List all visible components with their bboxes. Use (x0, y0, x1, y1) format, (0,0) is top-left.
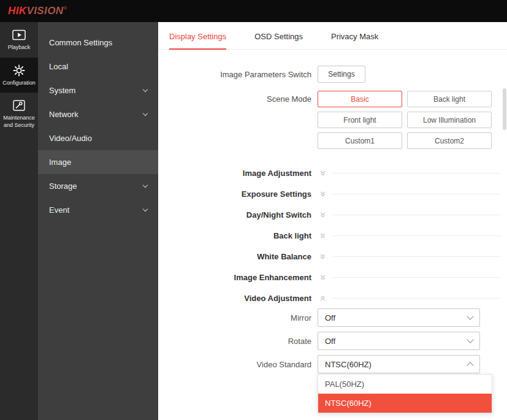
maintenance-tool-icon (13, 99, 25, 112)
double-chevron-down-icon (318, 168, 327, 178)
image-parameters-settings-button[interactable]: Settings (318, 66, 365, 83)
section-label: Day/Night Switch (169, 210, 311, 220)
section-back-light[interactable]: Back light (169, 225, 501, 246)
video-standard-row: Video Standard NTSC(60HZ) PAL(50HZ) NTSC… (169, 355, 501, 373)
sidebar-item-event[interactable]: Event (38, 198, 158, 222)
sidebar-item-video-audio[interactable]: Video/Audio (38, 126, 158, 150)
sidebar-item-label: Local (49, 62, 68, 71)
mirror-select-value: Off (325, 313, 335, 323)
mirror-select[interactable]: Off (318, 308, 480, 327)
logo-vision: VISION (26, 5, 63, 17)
section-divider (332, 298, 501, 299)
app-window: HIKVISION® Playback Configuration Ma (0, 0, 507, 420)
section-day-night-switch[interactable]: Day/Night Switch (169, 204, 501, 225)
video-standard-option-ntsc[interactable]: NTSC(60HZ) (318, 394, 492, 413)
section-label: Back light (169, 231, 311, 240)
section-video-adjustment[interactable]: Video Adjustment (169, 288, 501, 308)
video-standard-dropdown: PAL(50HZ) NTSC(60HZ) (318, 374, 492, 413)
scene-mode-basic-button[interactable]: Basic (318, 91, 402, 107)
image-parameters-switch-label: Image Parameters Switch (169, 70, 311, 79)
main-content: Display Settings OSD Settings Privacy Ma… (158, 22, 507, 420)
rotate-select-value: Off (325, 337, 335, 346)
tab-display-settings[interactable]: Display Settings (169, 32, 226, 49)
sidebar-item-label: Common Settings (49, 38, 112, 47)
section-divider (332, 256, 501, 257)
scene-mode-front-light-button[interactable]: Front light (318, 112, 402, 128)
sidebar-item-label: System (49, 86, 75, 95)
double-chevron-down-icon (318, 210, 327, 220)
scene-mode-back-light-button[interactable]: Back light (407, 91, 492, 107)
section-label: White Balance (169, 252, 311, 261)
nav-rail: Playback Configuration Maintenance and S… (0, 22, 38, 420)
hikvision-logo: HIKVISION® (8, 5, 67, 17)
tab-privacy-mask[interactable]: Privacy Mask (331, 32, 378, 49)
chevron-down-icon (143, 183, 148, 188)
double-chevron-up-icon (318, 293, 327, 303)
sidebar-item-label: Storage (49, 181, 77, 191)
rail-item-label: Playback (8, 44, 31, 52)
section-exposure-settings[interactable]: Exposure Settings (169, 183, 501, 204)
scene-mode-label: Scene Mode (169, 91, 311, 107)
section-white-balance[interactable]: White Balance (169, 246, 501, 267)
video-standard-select-value: NTSC(60HZ) (325, 360, 372, 369)
section-divider (332, 215, 501, 215)
section-label: Video Adjustment (169, 294, 311, 303)
scene-mode-custom2-button[interactable]: Custom2 (407, 132, 492, 149)
rail-item-maintenance-security[interactable]: Maintenance and Security (0, 93, 38, 135)
chevron-down-icon (467, 313, 473, 319)
rotate-select[interactable]: Off (318, 332, 480, 350)
section-divider (332, 194, 501, 194)
double-chevron-down-icon (318, 251, 327, 261)
playback-icon (12, 29, 26, 41)
section-label: Exposure Settings (169, 189, 311, 199)
sidebar-item-common-settings[interactable]: Common Settings (38, 31, 158, 55)
logo-hik: HIK (8, 5, 26, 17)
rail-item-playback[interactable]: Playback (0, 22, 38, 58)
scene-mode-low-illumination-button[interactable]: Low Illumination (407, 112, 492, 128)
tab-osd-settings[interactable]: OSD Settings (254, 32, 303, 49)
scene-mode-grid: Basic Back light Front light Low Illumin… (318, 91, 492, 149)
mirror-row: Mirror Off (169, 308, 501, 327)
top-bar: HIKVISION® (0, 0, 507, 22)
rail-item-label: Maintenance and Security (1, 115, 37, 129)
display-settings-form: Image Parameters Switch Settings Scene M… (158, 50, 507, 373)
video-standard-label: Video Standard (169, 360, 311, 369)
sidebar: Common Settings Local System Network Vid… (38, 22, 158, 420)
sidebar-item-label: Event (49, 205, 69, 215)
section-image-enhancement[interactable]: Image Enhancement (169, 267, 501, 288)
section-image-adjustment[interactable]: Image Adjustment (169, 162, 501, 183)
rotate-label: Rotate (169, 337, 311, 346)
rail-item-label: Configuration (2, 80, 36, 87)
tab-bar: Display Settings OSD Settings Privacy Ma… (158, 22, 507, 50)
double-chevron-down-icon (318, 272, 327, 282)
chevron-up-icon (467, 362, 473, 368)
section-divider (332, 173, 501, 174)
scrollbar[interactable] (503, 88, 506, 130)
sidebar-item-system[interactable]: System (38, 78, 158, 102)
video-standard-select-wrap: NTSC(60HZ) PAL(50HZ) NTSC(60HZ) (318, 355, 480, 373)
video-standard-option-pal[interactable]: PAL(50HZ) (318, 375, 492, 394)
chevron-down-icon (143, 207, 148, 212)
rotate-row: Rotate Off (169, 332, 501, 350)
video-standard-select[interactable]: NTSC(60HZ) (318, 355, 480, 373)
section-divider (332, 235, 501, 236)
section-label: Image Enhancement (169, 273, 311, 282)
sidebar-item-network[interactable]: Network (38, 102, 158, 126)
sidebar-item-label: Network (49, 110, 78, 119)
mirror-label: Mirror (169, 313, 311, 323)
sidebar-item-storage[interactable]: Storage (38, 174, 158, 198)
sidebar-item-local[interactable]: Local (38, 55, 158, 78)
logo-registered-mark: ® (64, 6, 67, 11)
sidebar-item-label: Video/Audio (49, 134, 92, 143)
scene-mode-custom1-button[interactable]: Custom1 (318, 132, 402, 149)
sidebar-item-image[interactable]: Image (38, 150, 158, 174)
app-shell: Playback Configuration Maintenance and S… (0, 22, 507, 420)
chevron-down-icon (143, 87, 148, 92)
image-parameters-switch-row: Image Parameters Switch Settings (169, 66, 501, 83)
configuration-gear-icon (13, 64, 25, 77)
chevron-down-icon (143, 111, 148, 116)
rail-item-configuration[interactable]: Configuration (0, 58, 38, 93)
scene-mode-row: Scene Mode Basic Back light Front light … (169, 91, 501, 149)
section-label: Image Adjustment (169, 169, 311, 178)
double-chevron-down-icon (318, 189, 327, 199)
